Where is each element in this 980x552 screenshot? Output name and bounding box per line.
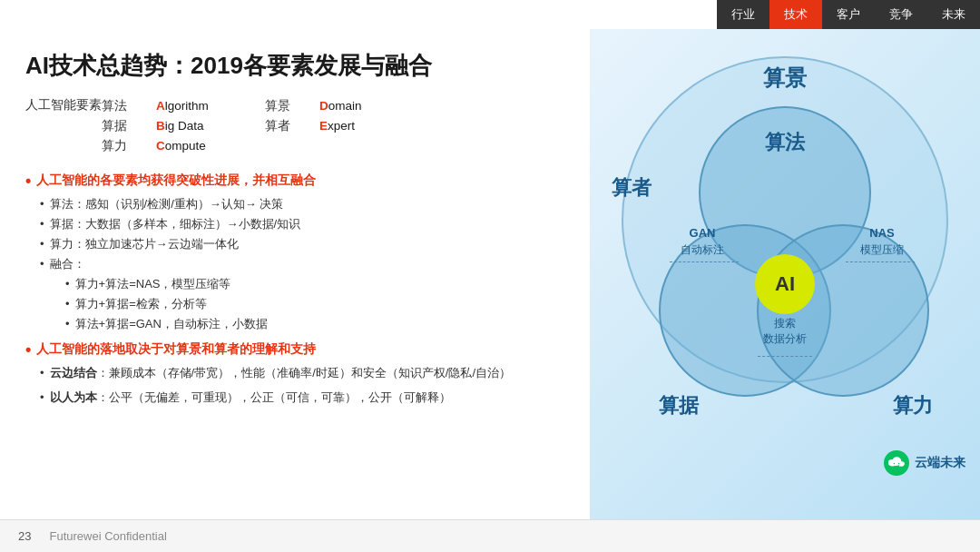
label-suanli: 算力 <box>893 392 933 419</box>
label-suanjing: 算景 <box>763 64 807 93</box>
elements-grid: 算法 Algorithm 算景 Domain 算据 Big Data 算者 Ex… <box>102 96 392 156</box>
nav-item-competition[interactable]: 竞争 <box>875 0 927 29</box>
nav-item-tech[interactable]: 技术 <box>769 0 822 29</box>
elem-cn-suanli: 算力 <box>102 138 156 154</box>
wechat-area: 云端未来 <box>884 450 965 476</box>
section2-bullet-2: • 以人为本：公平（无偏差，可重现），公正（可信，可靠），公开（可解释） <box>40 388 573 408</box>
nav-bar: 行业 技术 客户 竞争 未来 <box>717 0 980 29</box>
footer-company: Futurewei Confidential <box>49 529 166 543</box>
elem-cn-suanfa: 算法 <box>102 98 156 114</box>
wechat-brand: 云端未来 <box>915 455 965 471</box>
footer: 23 Futurewei Confidential <box>0 519 980 552</box>
nav-item-future[interactable]: 未来 <box>927 0 980 29</box>
main-content: AI技术总趋势：2019各要素发展与融合 人工智能要素 算法 Algorithm… <box>0 29 599 519</box>
page-title: AI技术总趋势：2019各要素发展与融合 <box>25 51 573 82</box>
bullet-red-2: • <box>25 341 31 358</box>
nav-item-industry[interactable]: 行业 <box>717 0 769 29</box>
elem-en-expert: Expert <box>319 119 392 133</box>
sub-bullet-2: • 算据：大数据（多样本，细标注）→小数据/知识 <box>40 214 573 234</box>
diagram-area: 算景 算者 算法 GAN 自动标注 NAS 模型压缩 搜索 数据分析 AI 算据… <box>590 29 980 519</box>
section2-bullets: • 云边结合：兼顾成本（存储/带宽），性能（准确率/时延）和安全（知识产权/隐私… <box>40 363 573 407</box>
sub-sub-1: • 算力+算法=NAS，模型压缩等 <box>65 274 573 294</box>
label-search: 搜索 数据分析 <box>763 316 807 348</box>
elem-en-bigdata: Big Data <box>156 119 265 133</box>
elem-cn-suanjing: 算景 <box>265 98 319 114</box>
section2-heading: • 人工智能的落地取决于对算景和算者的理解和支持 <box>25 341 573 358</box>
section1-heading: • 人工智能的各要素均获得突破性进展，并相互融合 <box>25 172 573 189</box>
label-gan: GAN 自动标注 <box>681 224 724 258</box>
sub-sub-2: • 算力+算据=检索，分析等 <box>65 294 573 314</box>
elem-en-algorithm: Algorithm <box>156 99 265 113</box>
label-suanshu: 算据 <box>659 392 699 419</box>
sub-bullet-4: • 融合： <box>40 254 573 274</box>
sub-bullet-1: • 算法：感知（识别/检测/重构）→认知→ 决策 <box>40 194 573 214</box>
ai-center-label: AI <box>755 254 815 314</box>
wechat-icon <box>884 450 909 476</box>
label-nas: NAS 模型压缩 <box>860 224 904 258</box>
elem-en-compute: Compute <box>156 139 265 153</box>
label-suanzhe: 算者 <box>612 174 652 202</box>
section1-bullets: • 算法：感知（识别/检测/重构）→认知→ 决策 • 算据：大数据（多样本，细标… <box>40 194 573 335</box>
elements-intro-label: 人工智能要素 <box>25 96 102 156</box>
elements-table: 人工智能要素 算法 Algorithm 算景 Domain 算据 Big Dat… <box>25 96 573 156</box>
elem-cn-suanzhe: 算者 <box>265 118 319 134</box>
sub-bullet-3: • 算力：独立加速芯片→云边端一体化 <box>40 234 573 254</box>
bullet-red-1: • <box>25 172 31 189</box>
section2-bullet-1: • 云边结合：兼顾成本（存储/带宽），性能（准确率/时延）和安全（知识产权/隐私… <box>40 363 573 383</box>
elem-cn-suanju: 算据 <box>102 118 156 134</box>
sub-sub-3: • 算法+算据=GAN，自动标注，小数据 <box>65 314 573 334</box>
sub-sub-bullets: • 算力+算法=NAS，模型压缩等 • 算力+算据=检索，分析等 • 算法+算据… <box>65 274 573 334</box>
label-suanfa: 算法 <box>765 129 805 156</box>
nav-item-customer[interactable]: 客户 <box>822 0 875 29</box>
elem-en-domain: Domain <box>319 99 392 113</box>
footer-page: 23 <box>18 529 31 543</box>
